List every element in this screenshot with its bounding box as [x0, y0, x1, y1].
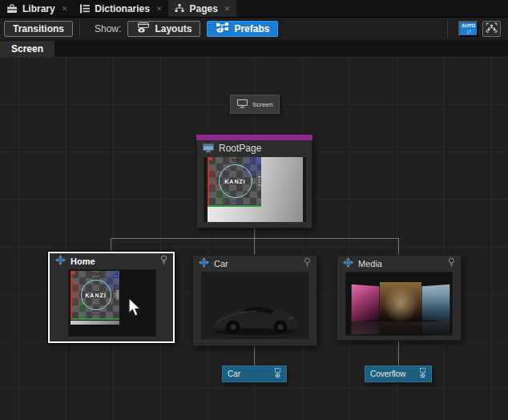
- close-icon[interactable]: ✕: [156, 5, 163, 13]
- rootpage-accent-bar: [196, 135, 312, 140]
- home-page-node[interactable]: Home TOP KANZI BOTTOM RIGHT: [48, 252, 175, 343]
- toolbar-separator: [447, 21, 448, 37]
- toolbar: Transitions Show: Layouts Prefabs AUTO ↓…: [0, 18, 508, 41]
- list-icon: [80, 4, 90, 14]
- tab-bar: Library ✕ Dictionaries ✕ Pages ✕: [0, 0, 508, 18]
- car-prefab-placeholder[interactable]: Car: [222, 365, 287, 382]
- transitions-button[interactable]: Transitions: [4, 21, 73, 37]
- window-icon: [203, 141, 214, 155]
- coverflow-reflection: [380, 321, 421, 334]
- car-image: [207, 289, 303, 338]
- close-icon[interactable]: ✕: [62, 5, 68, 13]
- lightbulb-icon[interactable]: [304, 256, 311, 271]
- media-header: Media: [337, 256, 461, 272]
- rootpage-header: RootPage: [197, 140, 312, 156]
- coverflow-cover-right: [422, 285, 450, 322]
- page-graph-canvas[interactable]: Screen RootPage TOP KANZI BOTTOM: [0, 57, 508, 420]
- placeholder-label: Car: [228, 370, 240, 378]
- pattern-top-label: TOP: [209, 158, 261, 163]
- pattern-top-label: TOP: [72, 272, 119, 277]
- home-thumbnail: TOP KANZI BOTTOM RIGHT: [68, 269, 156, 337]
- screen-tab-label: Screen: [11, 43, 43, 55]
- pattern-red-tint: [209, 168, 217, 191]
- page-icon: [199, 256, 209, 271]
- screen-node[interactable]: Screen: [230, 95, 280, 114]
- close-icon[interactable]: ✕: [224, 5, 231, 13]
- connector-car-placeholder: [254, 346, 255, 365]
- connector-to-car: [254, 238, 255, 255]
- layouts-eye-icon: [136, 22, 150, 35]
- tab-pages[interactable]: Pages ✕: [168, 0, 236, 17]
- coverflow-cover-center: [380, 282, 421, 322]
- car-thumbnail: [201, 272, 308, 339]
- lightbulb-icon[interactable]: [448, 256, 455, 271]
- page-icon: [343, 256, 353, 271]
- pattern-right-label: RIGHT: [257, 176, 261, 186]
- media-page-node[interactable]: Media: [337, 255, 462, 341]
- prefab-placeholder-icon: [419, 368, 426, 380]
- monitor-icon: [237, 97, 248, 111]
- screen-viewport-tab[interactable]: Screen: [0, 41, 54, 57]
- kanzi-test-pattern: TOP KANZI BOTTOM RIGHT: [71, 271, 119, 320]
- layouts-toggle-button[interactable]: Layouts: [127, 21, 200, 37]
- car-page-node[interactable]: Car: [192, 255, 317, 346]
- tab-dictionaries[interactable]: Dictionaries ✕: [74, 0, 168, 17]
- transitions-label: Transitions: [13, 23, 64, 34]
- kanzi-test-pattern: TOP KANZI BOTTOM RIGHT: [208, 157, 261, 207]
- kanzi-pages-window: Library ✕ Dictionaries ✕ Pages ✕ Transit…: [0, 0, 508, 420]
- prefabs-toggle-button[interactable]: Prefabs: [207, 21, 278, 37]
- layouts-label: Layouts: [155, 23, 192, 34]
- coverflow-cover-left: [352, 285, 380, 322]
- pattern-red-tint: [72, 282, 79, 304]
- rootpage-thumbnail: TOP KANZI BOTTOM RIGHT: [204, 157, 306, 222]
- pattern-kanzi-label: KANZI: [224, 179, 245, 184]
- pattern-bottom-label: BOTTOM: [209, 200, 261, 204]
- connector-root-down: [254, 228, 255, 238]
- tab-label: Pages: [189, 3, 217, 14]
- toolbar-separator: [79, 21, 80, 37]
- toolbox-icon: [6, 4, 18, 14]
- prefabs-label: Prefabs: [234, 23, 269, 34]
- coverflow-prefab-placeholder[interactable]: Coverflow: [365, 365, 432, 382]
- prefab-placeholder-icon: [274, 368, 281, 380]
- home-title: Home: [71, 256, 95, 266]
- show-label: Show:: [95, 23, 121, 34]
- pattern-base-strip: [71, 321, 119, 325]
- auto-arrange-button[interactable]: AUTO ↓↑: [458, 21, 478, 37]
- auto-arrows-icon: ↓↑: [466, 28, 471, 35]
- pattern-bottom-label: BOTTOM: [72, 313, 119, 317]
- connector-media-placeholder: [398, 341, 399, 365]
- screen-node-label: Screen: [252, 101, 272, 108]
- connector-to-home: [111, 238, 111, 252]
- car-title: Car: [214, 259, 228, 269]
- tree-icon: [175, 4, 184, 13]
- home-header: Home: [50, 253, 173, 269]
- coverflow-reflection: [352, 321, 380, 335]
- toolbar-right-tools: AUTO ↓↑: [441, 21, 504, 37]
- placeholder-label: Coverflow: [370, 370, 405, 378]
- viewport-tab-strip: Screen: [0, 41, 508, 57]
- prefabs-eye-icon: [216, 22, 229, 35]
- tab-library[interactable]: Library ✕: [0, 0, 74, 17]
- lightbulb-icon[interactable]: [160, 254, 167, 269]
- coverflow-reflection: [422, 321, 450, 335]
- car-header: Car: [193, 256, 316, 272]
- fit-to-view-button[interactable]: [482, 21, 501, 37]
- pattern-kanzi-label: KANZI: [85, 292, 106, 297]
- connector-horizontal: [111, 238, 399, 239]
- connector-to-media: [398, 238, 399, 255]
- tab-label: Dictionaries: [95, 3, 150, 14]
- rootpage-title: RootPage: [219, 143, 261, 154]
- fit-tree-icon: [486, 22, 498, 35]
- page-icon: [55, 254, 66, 269]
- pattern-right-label: RIGHT: [115, 289, 119, 299]
- media-title: Media: [358, 259, 382, 269]
- media-thumbnail: [345, 272, 453, 336]
- rootpage-node[interactable]: RootPage TOP KANZI BOTTOM RIGHT: [196, 135, 312, 228]
- tab-label: Library: [22, 3, 55, 14]
